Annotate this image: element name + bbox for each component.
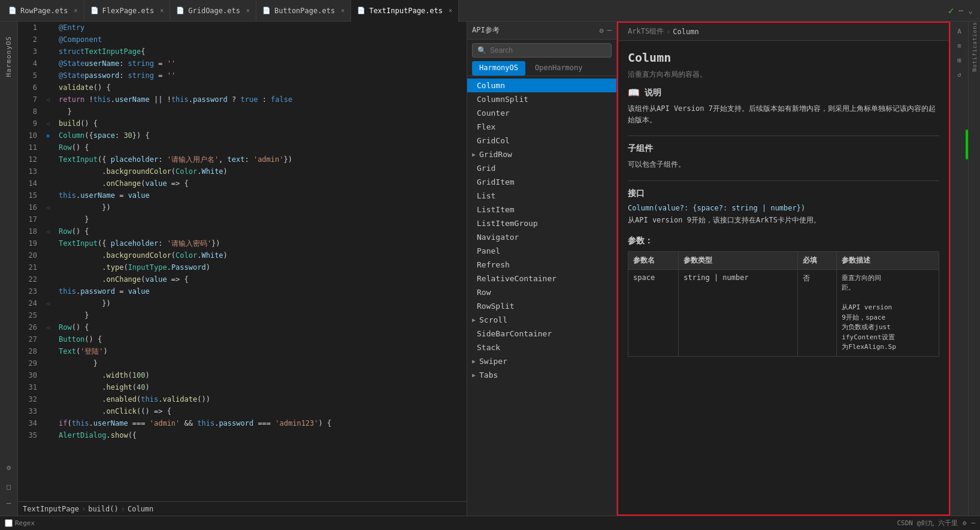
tab-gridoage[interactable]: 📄 GridOage.ets × [170, 0, 256, 22]
divider-2 [628, 180, 939, 181]
main-layout: HarmonyOS ⚙ □ ─ 12345 678910 1112131415 … [0, 22, 980, 516]
minimize-icon[interactable]: ─ [2, 496, 16, 511]
api-item-gridrow[interactable]: ▶ GridRow [467, 147, 616, 161]
breadcrumb-column[interactable]: Column [128, 505, 153, 513]
tab-rowpage-close[interactable]: × [74, 7, 77, 14]
api-minimize-icon[interactable]: ─ [607, 26, 612, 35]
doc-interface-section: 接口 Column(value?: {space?: string | numb… [628, 188, 939, 226]
minimize-icon-bottom[interactable]: ─ [971, 519, 975, 527]
swiper-chevron: ▶ [472, 358, 476, 365]
api-item-column[interactable]: Column [467, 79, 616, 92]
tab-buttonpage[interactable]: 📄 ButtonPage.ets × [256, 0, 351, 22]
bottom-bar: Regex CSDN @剑九 六千里 ⚙ ─ [0, 516, 980, 530]
breadcrumb: TextInputPage › build() › Column [18, 501, 467, 516]
tab-buttonpage-label: ButtonPage.ets [274, 7, 335, 15]
code-editor[interactable]: @Entry @Component struct TextInputPage {… [54, 22, 467, 501]
api-item-list[interactable]: List [467, 189, 616, 203]
more-tabs-icon[interactable]: ⋯ [958, 6, 963, 15]
rs-icon-3[interactable]: ⊞ [952, 53, 967, 67]
param-required: 否 [798, 269, 837, 356]
api-panel-title: API参考 [472, 25, 500, 35]
checkmark-icon: ✓ [948, 5, 954, 16]
tabs-overflow-icon[interactable]: ⌄ [968, 6, 973, 15]
tab-rowpage[interactable]: 📄 RowPage.ets × [2, 0, 84, 22]
doc-note-label: 说明 [645, 88, 661, 98]
api-item-grid[interactable]: Grid [467, 161, 616, 175]
params-header-required: 必填 [798, 251, 837, 269]
doc-breadcrumb: ArkTS组件 › Column [618, 23, 949, 41]
editor-content: 12345 678910 1112131415 1617181920 21222… [18, 22, 467, 501]
api-list: Column ColumnSplit Counter Flex GridCol … [467, 76, 616, 516]
param-type: string | number [679, 269, 798, 356]
api-panel-header: API参考 ⚙ ─ [467, 22, 616, 40]
settings-icon[interactable]: ⚙ [2, 460, 16, 475]
doc-subtitle: 沿垂直方向布局的容器。 [628, 70, 939, 80]
api-item-panel[interactable]: Panel [467, 244, 616, 258]
tab-flexpage-label: FlexPage.ets [102, 7, 155, 15]
gridoage-icon: 📄 [176, 7, 184, 14]
scroll-chevron: ▶ [472, 317, 476, 323]
regex-toggle[interactable] [5, 519, 13, 527]
api-item-refresh[interactable]: Refresh [467, 258, 616, 272]
tab-flexpage-close[interactable]: × [160, 7, 164, 14]
book-icon: 📖 [628, 87, 640, 98]
api-item-gridcol[interactable]: GridCol [467, 134, 616, 147]
rs-icon-2[interactable]: ≡ [952, 38, 967, 53]
api-item-relativecontainer[interactable]: RelativeContainer [467, 272, 616, 285]
api-item-flex[interactable]: Flex [467, 120, 616, 134]
api-item-row[interactable]: Row [467, 285, 616, 299]
api-item-swiper[interactable]: ▶ Swiper [467, 354, 616, 368]
api-item-listitem[interactable]: ListItem [467, 203, 616, 216]
api-item-counter[interactable]: Counter [467, 106, 616, 120]
api-settings-icon[interactable]: ⚙ [600, 26, 604, 35]
tab-textinputpage[interactable]: 📄 TextInputPage.ets × [351, 0, 459, 22]
api-item-stack[interactable]: Stack [467, 341, 616, 354]
doc-interface-note: 从API version 9开始，该接口支持在ArkTS卡片中使用。 [628, 215, 939, 226]
breadcrumb-textinputpage[interactable]: TextInputPage [23, 505, 79, 513]
tab-flexpage[interactable]: 📄 FlexPage.ets × [84, 0, 171, 22]
tab-harmonyos[interactable]: HarmonyOS [472, 61, 525, 76]
maximize-icon[interactable]: □ [2, 480, 16, 494]
api-item-columnsplit[interactable]: ColumnSplit [467, 92, 616, 106]
status-right: CSDN @剑九 六千里 ⚙ ─ [897, 519, 975, 528]
tab-textinputpage-label: TextInputPage.ets [369, 7, 443, 15]
regex-checkbox[interactable]: Regex [5, 519, 35, 527]
flexpage-icon: 📄 [90, 7, 99, 14]
tab-gridoage-label: GridOage.ets [188, 7, 240, 15]
params-header-desc: 参数描述 [837, 251, 939, 269]
divider-1 [628, 135, 939, 136]
doc-title: Column [628, 50, 939, 65]
search-icon: 🔍 [477, 46, 486, 55]
tab-textinputpage-close[interactable]: × [449, 7, 452, 14]
tab-openharmony[interactable]: OpenHarmony [528, 61, 589, 76]
search-box[interactable]: 🔍 [472, 43, 612, 58]
api-tab-switcher: HarmonyOS OpenHarmony [467, 61, 616, 76]
params-table: 参数名 参数类型 必填 参数描述 space string | number 否… [628, 251, 939, 357]
doc-children-section: 子组件 可以包含子组件。 [628, 143, 939, 170]
doc-children-title: 子组件 [628, 143, 939, 154]
line-numbers: 12345 678910 1112131415 1617181920 21222… [18, 22, 42, 501]
rs-icon-1[interactable]: A [952, 24, 967, 38]
api-item-sidebarcontainer[interactable]: SideBarContainer [467, 327, 616, 341]
param-name: space [628, 269, 679, 356]
notifications-label: Notifications [972, 22, 978, 76]
left-sidebar: HarmonyOS ⚙ □ ─ [0, 22, 18, 516]
rs-icon-4[interactable]: ↺ [952, 67, 967, 82]
breadcrumb-build[interactable]: build() [88, 505, 119, 513]
regex-label: Regex [15, 519, 35, 527]
search-input[interactable] [490, 46, 606, 55]
rowpage-icon: 📄 [8, 7, 17, 14]
api-item-tabs[interactable]: ▶ Tabs [467, 368, 616, 382]
api-item-scroll[interactable]: ▶ Scroll [467, 313, 616, 327]
api-item-listitemgroup[interactable]: ListItemGroup [467, 216, 616, 230]
settings-icon-bottom[interactable]: ⚙ [963, 519, 967, 527]
doc-note-title: 📖 说明 [628, 87, 939, 98]
editor-area: 12345 678910 1112131415 1617181920 21222… [18, 22, 467, 516]
doc-note-text: 该组件从API Version 7开始支持。后续版本如有新增内容，则采用上角标单… [628, 103, 939, 126]
api-item-navigator[interactable]: Navigator [467, 230, 616, 244]
tab-buttonpage-close[interactable]: × [341, 7, 344, 14]
tab-gridoage-close[interactable]: × [246, 7, 250, 14]
doc-breadcrumb-arktcomponents: ArkTS组件 [628, 26, 664, 37]
api-item-griditem[interactable]: GridItem [467, 175, 616, 189]
api-item-rowsplit[interactable]: RowSplit [467, 299, 616, 313]
